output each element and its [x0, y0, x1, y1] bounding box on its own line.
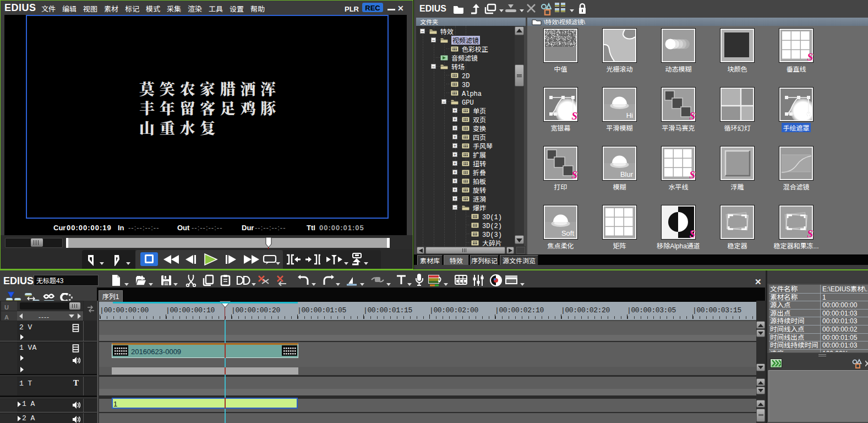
svg-text:Hi: Hi [626, 111, 633, 120]
svg-text:Soft: Soft [561, 229, 575, 237]
svg-text:Blur: Blur [620, 170, 634, 178]
